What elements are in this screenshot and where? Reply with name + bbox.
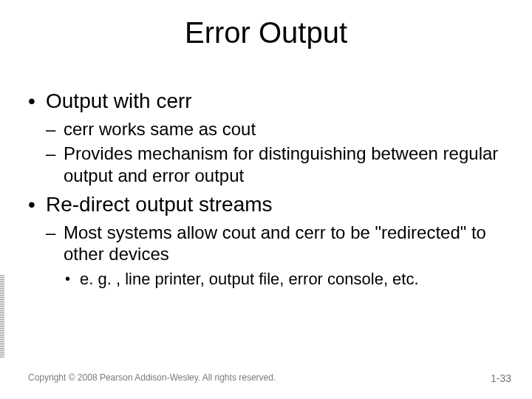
slide: Error Output Output with cerr cerr works… <box>0 0 532 399</box>
bullet-text: Output with cerr <box>46 89 192 112</box>
sub-bullet-text: Most systems allow cout and cerr to be "… <box>64 222 486 264</box>
sub-bullet-item: cerr works same as cout <box>46 118 504 140</box>
bullet-item: Re-direct output streams Most systems al… <box>28 192 504 290</box>
sub-sub-bullet-text: e. g. , line printer, output file, error… <box>80 270 419 288</box>
footer-page-number: 1-33 <box>491 372 511 384</box>
sub-bullet-text: cerr works same as cout <box>64 119 256 139</box>
bullet-text: Re-direct output streams <box>46 193 273 216</box>
sub-bullet-list: cerr works same as cout Provides mechani… <box>46 118 504 186</box>
sub-bullet-list: Most systems allow cout and cerr to be "… <box>46 222 504 289</box>
footer-copyright: Copyright © 2008 Pearson Addison-Wesley.… <box>28 372 276 383</box>
bullet-list: Output with cerr cerr works same as cout… <box>28 89 504 289</box>
sub-bullet-item: Most systems allow cout and cerr to be "… <box>46 222 504 289</box>
bullet-item: Output with cerr cerr works same as cout… <box>28 89 504 186</box>
decorative-edge <box>0 275 4 358</box>
slide-body: Output with cerr cerr works same as cout… <box>28 89 504 295</box>
slide-title: Error Output <box>0 16 532 50</box>
sub-sub-bullet-item: e. g. , line printer, output file, error… <box>64 270 504 290</box>
sub-sub-bullet-list: e. g. , line printer, output file, error… <box>64 270 504 290</box>
sub-bullet-item: Provides mechanism for distinguishing be… <box>46 143 504 186</box>
sub-bullet-text: Provides mechanism for distinguishing be… <box>64 143 498 185</box>
